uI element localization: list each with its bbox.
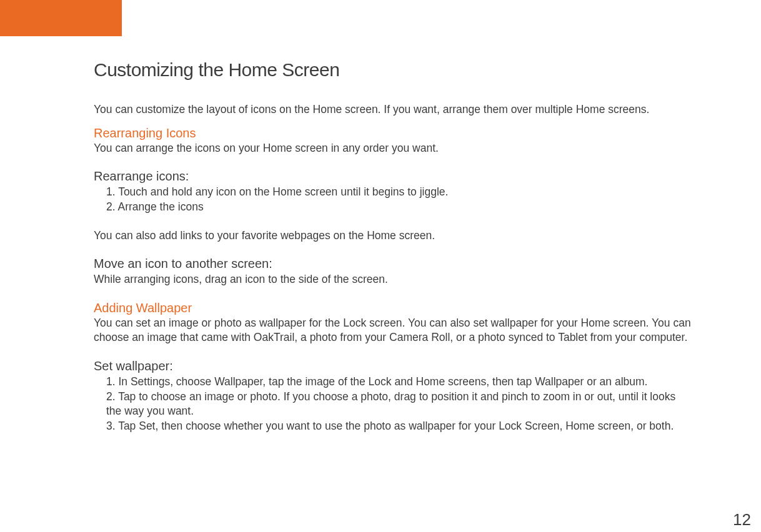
adding-wallpaper-heading: Adding Wallpaper	[94, 301, 694, 315]
rearranging-icons-heading: Rearranging Icons	[94, 126, 694, 140]
move-icon-body: While arranging icons, drag an icon to t…	[94, 272, 694, 287]
rearrange-steps: 1. Touch and hold any icon on the Home s…	[94, 185, 694, 214]
links-note: You can also add links to your favorite …	[94, 229, 694, 244]
intro-text: You can customize the layout of icons on…	[94, 102, 694, 117]
move-icon-heading: Move an icon to another screen:	[94, 257, 694, 271]
set-wallpaper-steps: 1. In Settings, choose Wallpaper, tap th…	[94, 375, 694, 434]
main-title: Customizing the Home Screen	[94, 59, 694, 81]
set-wallpaper-step-3: 3. Tap Set, then choose whether you want…	[106, 419, 694, 434]
rearrange-step-2: 2. Arrange the icons	[106, 200, 694, 215]
rearrange-step-1: 1. Touch and hold any icon on the Home s…	[106, 185, 694, 200]
rearrange-icons-heading: Rearrange icons:	[94, 169, 694, 184]
rearranging-icons-body: You can arrange the icons on your Home s…	[94, 141, 694, 156]
set-wallpaper-step-1: 1. In Settings, choose Wallpaper, tap th…	[106, 375, 694, 390]
adding-wallpaper-body: You can set an image or photo as wallpap…	[94, 316, 694, 345]
page-number: 12	[733, 510, 751, 530]
set-wallpaper-step-2: 2. Tap to choose an image or photo. If y…	[106, 390, 694, 419]
set-wallpaper-heading: Set wallpaper:	[94, 359, 694, 373]
page-content: Customizing the Home Screen You can cust…	[94, 59, 694, 434]
header-accent-bar	[0, 0, 122, 36]
